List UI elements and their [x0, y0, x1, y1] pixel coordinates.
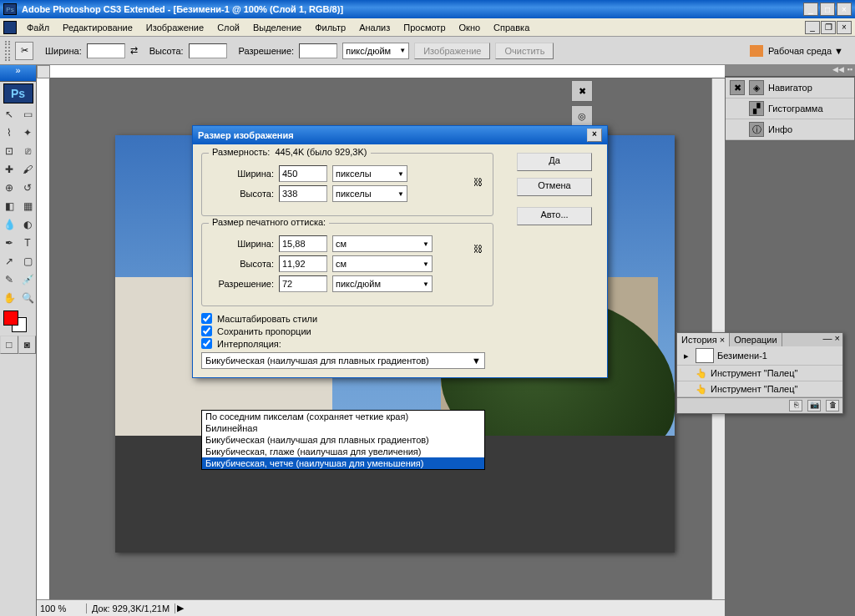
history-brush-tool[interactable]: ↺: [18, 179, 37, 197]
scale-styles-checkbox[interactable]: [201, 313, 212, 324]
horizontal-ruler[interactable]: [50, 65, 725, 78]
move-tool[interactable]: ↖: [0, 105, 18, 124]
link-icon[interactable]: ⛓: [473, 244, 483, 254]
eraser-tool[interactable]: ◧: [0, 197, 18, 215]
type-tool[interactable]: T: [18, 234, 37, 252]
zoom-tool[interactable]: 🔍: [18, 289, 37, 307]
path-tool[interactable]: ↗: [0, 252, 18, 270]
panel-collapse-icon[interactable]: ◀◀: [832, 65, 844, 76]
quickmask-mode[interactable]: ◙: [18, 336, 37, 354]
opt-res-unit[interactable]: пикс/дюйм▼: [342, 43, 409, 59]
menu-view[interactable]: Просмотр: [397, 21, 452, 34]
delete-state-icon[interactable]: 🗑: [826, 400, 839, 412]
px-height-input[interactable]: [279, 185, 327, 202]
color-swatches[interactable]: [0, 307, 36, 336]
new-doc-from-state-icon[interactable]: ⎘: [789, 400, 802, 412]
minimize-button[interactable]: _: [803, 3, 818, 16]
info-row[interactable]: ⓘИнфо: [726, 119, 854, 140]
opt-res-input[interactable]: [299, 43, 337, 58]
eyedropper-tool[interactable]: 💉: [18, 270, 37, 289]
menu-window[interactable]: Окно: [453, 21, 488, 34]
dialog-titlebar[interactable]: Размер изображения ×: [193, 126, 607, 144]
panel-minimize-icon[interactable]: —: [823, 333, 832, 346]
navigator-row[interactable]: ✖◈Навигатор: [726, 78, 854, 98]
print-height-input[interactable]: [279, 255, 327, 272]
constrain-prop-checkbox[interactable]: [201, 326, 212, 336]
clear-button[interactable]: Очистить: [495, 43, 554, 59]
menu-analysis[interactable]: Анализ: [352, 21, 397, 34]
print-height-unit[interactable]: см▼: [332, 255, 433, 272]
blur-tool[interactable]: 💧: [0, 215, 18, 234]
px-width-unit[interactable]: пикселы▼: [332, 165, 407, 182]
resolution-unit[interactable]: пикс/дюйм▼: [332, 275, 433, 292]
workspace-switcher[interactable]: Рабочая среда ▼: [743, 43, 850, 58]
doc-minimize-button[interactable]: _: [805, 21, 820, 34]
history-snapshot[interactable]: ▸ Безимени-1: [677, 346, 842, 366]
menu-file[interactable]: Файл: [20, 21, 56, 34]
doc-size-status[interactable]: Док: 929,3K/1,21M: [87, 603, 175, 613]
resolution-input[interactable]: [279, 275, 327, 292]
hand-tool[interactable]: ✋: [0, 289, 18, 307]
doc-close-button[interactable]: ×: [837, 21, 852, 34]
ruler-origin[interactable]: [37, 65, 50, 78]
interp-option-sharper[interactable]: Бикубическая, четче (наилучшая для умень…: [202, 457, 484, 469]
history-tab[interactable]: История ×: [677, 333, 730, 346]
swap-icon[interactable]: ⇄: [130, 45, 138, 56]
menu-select[interactable]: Выделение: [246, 21, 308, 34]
auto-button[interactable]: Авто...: [517, 207, 592, 225]
resample-checkbox[interactable]: [201, 338, 212, 349]
options-grip[interactable]: [5, 41, 10, 61]
interp-option-bilinear[interactable]: Билинейная: [202, 422, 484, 434]
pen-tool[interactable]: ✒: [0, 234, 18, 252]
doc-restore-button[interactable]: ❐: [821, 21, 836, 34]
new-snapshot-icon[interactable]: 📷: [807, 400, 821, 412]
crop-tool[interactable]: ⊡: [0, 142, 18, 160]
marquee-tool[interactable]: ▭: [18, 105, 37, 124]
dock-brushes-icon[interactable]: ◎: [571, 105, 593, 127]
dock-tools-icon[interactable]: ✖: [571, 80, 593, 102]
interp-option-bicubic[interactable]: Бикубическая (наилучшая для плавных град…: [202, 434, 484, 446]
foreground-swatch[interactable]: [3, 311, 18, 326]
opt-width-input[interactable]: [87, 43, 125, 58]
panel-menu-icon[interactable]: ▪▪: [847, 65, 852, 76]
close-button[interactable]: ×: [837, 3, 852, 16]
dodge-tool[interactable]: ◐: [18, 215, 37, 234]
standard-mode[interactable]: □: [0, 336, 18, 354]
zoom-input[interactable]: 100 %: [37, 603, 87, 613]
menu-edit[interactable]: Редактирование: [56, 21, 139, 34]
slice-tool[interactable]: ⎚: [18, 142, 37, 160]
status-chevron-icon[interactable]: ▶: [177, 603, 184, 613]
lasso-tool[interactable]: ⌇: [0, 124, 18, 142]
px-height-unit[interactable]: пикселы▼: [332, 185, 407, 202]
menu-layer[interactable]: Слой: [210, 21, 246, 34]
panel-close-icon[interactable]: ×: [835, 333, 840, 346]
vertical-ruler[interactable]: [37, 78, 50, 599]
maximize-button[interactable]: □: [820, 3, 835, 16]
front-image-button[interactable]: Изображение: [414, 43, 490, 59]
actions-tab[interactable]: Операции: [730, 333, 782, 346]
stamp-tool[interactable]: ⊕: [0, 179, 18, 197]
print-width-unit[interactable]: см▼: [332, 235, 433, 252]
cancel-button[interactable]: Отмена: [517, 178, 592, 196]
heal-tool[interactable]: ✚: [0, 160, 18, 179]
link-icon[interactable]: ⛓: [473, 177, 483, 187]
opt-height-input[interactable]: [189, 43, 227, 58]
menu-filter[interactable]: Фильтр: [308, 21, 352, 34]
print-width-input[interactable]: [279, 235, 327, 252]
histogram-row[interactable]: ▞Гистограмма: [726, 98, 854, 119]
history-step-2[interactable]: 👆 Инструмент "Палец": [677, 381, 842, 397]
interp-option-nearest[interactable]: По соседним пикселам (сохраняет четкие к…: [202, 411, 484, 422]
history-step-1[interactable]: 👆 Инструмент "Палец": [677, 366, 842, 381]
wand-tool[interactable]: ✦: [18, 124, 37, 142]
gradient-tool[interactable]: ▦: [18, 197, 37, 215]
crop-tool-icon[interactable]: ✂: [15, 42, 33, 60]
shape-tool[interactable]: ▢: [18, 252, 37, 270]
px-width-input[interactable]: [279, 165, 327, 182]
dialog-close-button[interactable]: ×: [587, 129, 602, 142]
toolbox-header[interactable]: »: [0, 65, 36, 82]
interpolation-select[interactable]: Бикубическая (наилучшая для плавных град…: [201, 352, 485, 369]
menu-image[interactable]: Изображение: [139, 21, 210, 34]
menu-help[interactable]: Справка: [487, 21, 536, 34]
notes-tool[interactable]: ✎: [0, 270, 18, 289]
ok-button[interactable]: Да: [517, 153, 592, 171]
